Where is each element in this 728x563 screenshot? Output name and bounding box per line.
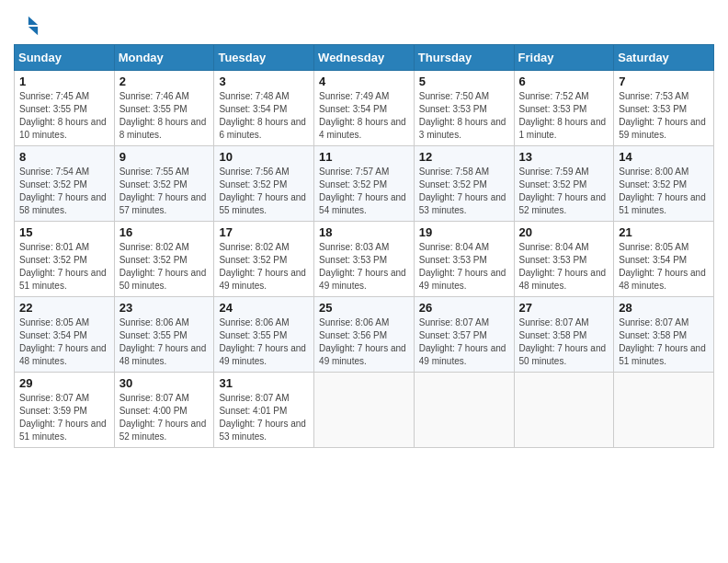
day-info: Sunrise: 7:48 AM Sunset: 3:54 PM Dayligh… [219,90,309,142]
weekday-header-monday: Monday [114,45,214,71]
calendar-day-19: 19 Sunrise: 8:04 AM Sunset: 3:53 PM Dayl… [414,222,514,297]
calendar-day-3: 3 Sunrise: 7:48 AM Sunset: 3:54 PM Dayli… [214,71,314,146]
day-info: Sunrise: 8:03 AM Sunset: 3:53 PM Dayligh… [319,241,409,293]
day-info: Sunrise: 7:59 AM Sunset: 3:52 PM Dayligh… [519,166,609,217]
day-number: 1 [19,75,109,88]
day-info: Sunrise: 8:07 AM Sunset: 3:58 PM Dayligh… [519,316,609,368]
calendar-day-13: 13 Sunrise: 7:59 AM Sunset: 3:52 PM Dayl… [514,146,614,222]
day-info: Sunrise: 7:49 AM Sunset: 3:54 PM Dayligh… [319,90,409,142]
day-number: 14 [619,150,709,164]
calendar-day-21: 21 Sunrise: 8:05 AM Sunset: 3:54 PM Dayl… [614,222,714,297]
weekday-header-thursday: Thursday [414,45,514,71]
calendar-day-6: 6 Sunrise: 7:52 AM Sunset: 3:53 PM Dayli… [514,71,614,146]
day-number: 3 [219,75,309,88]
day-number: 22 [19,301,109,315]
calendar-day-1: 1 Sunrise: 7:45 AM Sunset: 3:55 PM Dayli… [15,71,115,146]
day-number: 30 [119,376,210,390]
day-info: Sunrise: 8:04 AM Sunset: 3:53 PM Dayligh… [519,241,609,293]
calendar-day-18: 18 Sunrise: 8:03 AM Sunset: 3:53 PM Dayl… [314,222,415,297]
day-number: 2 [119,75,210,88]
day-number: 9 [119,150,210,164]
day-info: Sunrise: 8:02 AM Sunset: 3:52 PM Dayligh… [119,241,210,293]
day-number: 13 [519,150,609,164]
day-number: 27 [519,301,609,315]
calendar-day-12: 12 Sunrise: 7:58 AM Sunset: 3:52 PM Dayl… [414,146,514,222]
calendar-day-15: 15 Sunrise: 8:01 AM Sunset: 3:52 PM Dayl… [15,222,115,297]
logo-icon [14,13,40,39]
logo [14,13,41,39]
day-number: 29 [19,376,109,390]
calendar-day-17: 17 Sunrise: 8:02 AM Sunset: 3:52 PM Dayl… [214,222,314,297]
day-number: 19 [419,225,509,239]
weekday-header-wednesday: Wednesday [314,45,415,71]
day-info: Sunrise: 7:56 AM Sunset: 3:52 PM Dayligh… [219,166,309,217]
day-info: Sunrise: 8:07 AM Sunset: 4:00 PM Dayligh… [119,392,210,443]
calendar-day-8: 8 Sunrise: 7:54 AM Sunset: 3:52 PM Dayli… [15,146,115,222]
calendar-day-28: 28 Sunrise: 8:07 AM Sunset: 3:58 PM Dayl… [614,297,714,373]
day-info: Sunrise: 7:45 AM Sunset: 3:55 PM Dayligh… [19,90,109,142]
day-info: Sunrise: 8:07 AM Sunset: 4:01 PM Dayligh… [219,392,309,443]
calendar-day-4: 4 Sunrise: 7:49 AM Sunset: 3:54 PM Dayli… [314,71,415,146]
svg-marker-0 [28,17,38,25]
calendar-day-25: 25 Sunrise: 8:06 AM Sunset: 3:56 PM Dayl… [314,297,415,373]
calendar-table: SundayMondayTuesdayWednesdayThursdayFrid… [14,44,714,448]
calendar-day-30: 30 Sunrise: 8:07 AM Sunset: 4:00 PM Dayl… [114,373,214,448]
day-info: Sunrise: 8:06 AM Sunset: 3:55 PM Dayligh… [119,316,210,368]
day-info: Sunrise: 7:58 AM Sunset: 3:52 PM Dayligh… [419,166,509,217]
day-info: Sunrise: 7:46 AM Sunset: 3:55 PM Dayligh… [119,90,210,142]
day-number: 5 [419,75,509,88]
empty-cell [414,373,514,448]
day-info: Sunrise: 7:57 AM Sunset: 3:52 PM Dayligh… [319,166,409,217]
day-info: Sunrise: 7:55 AM Sunset: 3:52 PM Dayligh… [119,166,210,217]
day-number: 20 [519,225,609,239]
calendar-day-5: 5 Sunrise: 7:50 AM Sunset: 3:53 PM Dayli… [414,71,514,146]
calendar-day-2: 2 Sunrise: 7:46 AM Sunset: 3:55 PM Dayli… [114,71,214,146]
day-info: Sunrise: 7:50 AM Sunset: 3:53 PM Dayligh… [419,90,509,142]
day-number: 18 [319,225,409,239]
day-number: 4 [319,75,409,88]
day-number: 12 [419,150,509,164]
day-number: 23 [119,301,210,315]
day-info: Sunrise: 8:07 AM Sunset: 3:59 PM Dayligh… [19,392,109,443]
calendar-day-11: 11 Sunrise: 7:57 AM Sunset: 3:52 PM Dayl… [314,146,415,222]
svg-marker-1 [28,27,38,35]
day-number: 25 [319,301,409,315]
day-info: Sunrise: 8:07 AM Sunset: 3:58 PM Dayligh… [619,316,709,368]
page-header [14,9,714,39]
weekday-header-tuesday: Tuesday [214,45,314,71]
day-number: 15 [19,225,109,239]
weekday-header-friday: Friday [514,45,614,71]
day-number: 16 [119,225,210,239]
calendar-day-9: 9 Sunrise: 7:55 AM Sunset: 3:52 PM Dayli… [114,146,214,222]
day-info: Sunrise: 8:06 AM Sunset: 3:56 PM Dayligh… [319,316,409,368]
calendar-day-27: 27 Sunrise: 8:07 AM Sunset: 3:58 PM Dayl… [514,297,614,373]
day-number: 28 [619,301,709,315]
weekday-header-sunday: Sunday [15,45,115,71]
day-info: Sunrise: 8:05 AM Sunset: 3:54 PM Dayligh… [619,241,709,293]
day-info: Sunrise: 7:54 AM Sunset: 3:52 PM Dayligh… [19,166,109,217]
calendar-day-29: 29 Sunrise: 8:07 AM Sunset: 3:59 PM Dayl… [15,373,115,448]
weekday-header-saturday: Saturday [614,45,714,71]
day-info: Sunrise: 8:02 AM Sunset: 3:52 PM Dayligh… [219,241,309,293]
day-info: Sunrise: 8:07 AM Sunset: 3:57 PM Dayligh… [419,316,509,368]
day-number: 17 [219,225,309,239]
day-number: 24 [219,301,309,315]
day-number: 6 [519,75,609,88]
day-info: Sunrise: 8:01 AM Sunset: 3:52 PM Dayligh… [19,241,109,293]
empty-cell [314,373,415,448]
day-info: Sunrise: 7:53 AM Sunset: 3:53 PM Dayligh… [619,90,709,142]
empty-cell [514,373,614,448]
day-number: 21 [619,225,709,239]
calendar-day-14: 14 Sunrise: 8:00 AM Sunset: 3:52 PM Dayl… [614,146,714,222]
calendar-day-26: 26 Sunrise: 8:07 AM Sunset: 3:57 PM Dayl… [414,297,514,373]
day-info: Sunrise: 8:06 AM Sunset: 3:55 PM Dayligh… [219,316,309,368]
calendar-day-10: 10 Sunrise: 7:56 AM Sunset: 3:52 PM Dayl… [214,146,314,222]
calendar-day-20: 20 Sunrise: 8:04 AM Sunset: 3:53 PM Dayl… [514,222,614,297]
calendar-day-16: 16 Sunrise: 8:02 AM Sunset: 3:52 PM Dayl… [114,222,214,297]
calendar-day-31: 31 Sunrise: 8:07 AM Sunset: 4:01 PM Dayl… [214,373,314,448]
day-info: Sunrise: 8:04 AM Sunset: 3:53 PM Dayligh… [419,241,509,293]
day-number: 11 [319,150,409,164]
day-info: Sunrise: 8:00 AM Sunset: 3:52 PM Dayligh… [619,166,709,217]
calendar-day-23: 23 Sunrise: 8:06 AM Sunset: 3:55 PM Dayl… [114,297,214,373]
day-info: Sunrise: 7:52 AM Sunset: 3:53 PM Dayligh… [519,90,609,142]
